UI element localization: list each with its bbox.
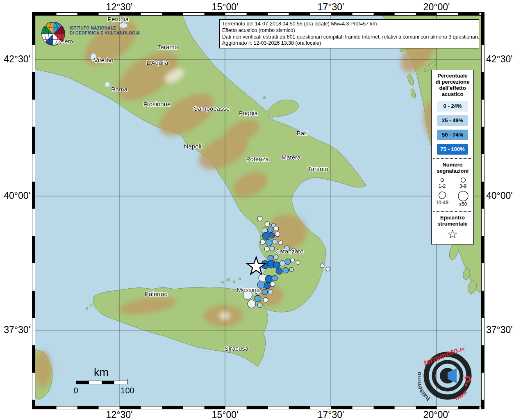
observation-point (260, 240, 265, 244)
observation-point (272, 275, 277, 281)
observation-point (268, 227, 273, 233)
observation-point (291, 248, 296, 252)
lon-label-top-3: 17°30' (318, 2, 344, 12)
lat-label-left-3: 37°30' (1, 325, 30, 335)
count-circle-icon (457, 176, 469, 184)
observation-point (255, 288, 261, 294)
lat-label-right-2: 40°00' (486, 191, 513, 201)
observation-point (243, 290, 252, 299)
count-label: 10-49 (432, 200, 453, 205)
lon-label-bottom-4: 20°00' (423, 410, 450, 420)
legend-class-25-49: 25 - 49% (437, 115, 468, 126)
observation-point (296, 260, 300, 265)
lat-label-left-1: 42°30' (1, 54, 30, 64)
observation-point (270, 246, 275, 251)
observation-point (255, 295, 261, 302)
legend-classes: 0 - 24% 25 - 49% 50 - 74% 75 - 100% (432, 101, 473, 155)
legend-class-50-74: 50 - 74% (437, 130, 468, 140)
observation-point (268, 289, 273, 294)
observation-point (280, 260, 285, 266)
legend-epicenter-title-line: strumentale (432, 221, 473, 227)
lat-label-right-3: 37°30' (486, 325, 513, 335)
legend-epicenter-title: Epicentro strumentale (432, 215, 473, 227)
legend-title-line: Percentuale (432, 73, 473, 79)
scalebar-start: 0 (73, 386, 78, 395)
map-frame-top (32, 12, 484, 16)
observation-point (269, 233, 275, 238)
lon-label-top-2: 15°00' (212, 2, 239, 12)
event-title: Terremoto del 14-07-2018 04:50:55 (ora l… (222, 21, 476, 27)
lake (91, 53, 96, 62)
legend-epicenter-title-line: Epicentro (432, 215, 473, 221)
legend-count-10-49: 10-49 (432, 189, 453, 208)
count-label: ≥50 (453, 202, 473, 207)
island (233, 281, 235, 283)
legend-count-title-line: segnalazioni (432, 168, 473, 174)
observation-point (262, 232, 270, 240)
observation-point (284, 246, 290, 251)
observation-point (265, 275, 273, 283)
lon-label-top-4: 20°00' (423, 2, 450, 12)
legend-title-line: dell'effetto (432, 85, 473, 91)
observation-point (279, 241, 283, 245)
observation-point (257, 303, 262, 308)
lake (105, 82, 110, 87)
event-info-box: Terremoto del 14-07-2018 04:50:55 (ora l… (219, 19, 479, 48)
observation-point (265, 221, 270, 226)
island (227, 278, 230, 281)
observation-point (257, 281, 265, 288)
island (222, 281, 224, 283)
count-circle-icon (436, 176, 448, 184)
map-canvas (35, 16, 481, 406)
lat-label-left-2: 40°00' (1, 191, 30, 201)
observation-point (264, 247, 269, 251)
observation-point (248, 300, 256, 308)
count-circle-icon (457, 190, 469, 202)
observation-point (257, 216, 262, 221)
legend-class-75-100: 75 - 100% (437, 144, 468, 155)
observation-point (273, 262, 280, 268)
observation-point (274, 226, 279, 231)
count-label: 3-9 (453, 184, 473, 189)
map-page: 12°30' 15°00' 17°30' 20°00' 12°30' 15°00… (0, 0, 514, 420)
epicenter-star-icon: ☆ (432, 228, 473, 241)
observation-point (264, 282, 271, 289)
legend-separator (433, 211, 472, 212)
observation-point (276, 268, 282, 274)
observation-point (289, 267, 293, 272)
lon-label-bottom-3: 17°30' (318, 410, 344, 420)
ingv-text-line1: ISTITUTO NAZIONALE (70, 26, 140, 31)
legend-count-1-2: 1-2 (432, 176, 453, 189)
observation-point (272, 239, 277, 244)
legend-count-title-line: Numero (432, 162, 473, 168)
scalebar-unit: km (94, 366, 109, 379)
map-frame-bottom (32, 406, 484, 409)
lon-label-bottom-2: 15°00' (212, 410, 239, 420)
legend-panel: Percentuale di percezione dell'effetto a… (431, 70, 474, 244)
lon-label-top-1: 12°30' (106, 2, 133, 12)
island (86, 308, 88, 310)
count-label: 1-2 (432, 184, 453, 189)
observation-point (283, 267, 289, 273)
event-data-note: Dati non verificati estratti da 801 ques… (222, 34, 476, 41)
legend-count-3-9: 3-9 (453, 176, 473, 189)
observation-point (273, 255, 278, 260)
count-circle-icon (436, 190, 448, 200)
island (264, 97, 266, 99)
legend-title-line: di percezione (432, 79, 473, 85)
observation-point (291, 258, 295, 262)
island (239, 278, 241, 280)
legend-count-classes: 1-2 3-9 10-49 ≥50 (432, 176, 473, 208)
legend-title-line: acustico (432, 91, 473, 97)
observation-point (263, 297, 268, 302)
legend-separator (433, 158, 472, 159)
map-frame-left (32, 12, 35, 409)
observation-point (270, 282, 275, 287)
event-effect: Effetto acustico (rombo sismico) (222, 27, 476, 34)
legend-title: Percentuale di percezione dell'effetto a… (432, 73, 473, 97)
observation-point (275, 232, 280, 237)
legend-count-title: Numero segnalazioni (432, 162, 473, 174)
ingv-logo-icon (39, 20, 67, 48)
ingv-logo-text: ISTITUTO NAZIONALE DI GEOFISICA E VULCAN… (70, 26, 140, 36)
observation-point (262, 289, 268, 295)
